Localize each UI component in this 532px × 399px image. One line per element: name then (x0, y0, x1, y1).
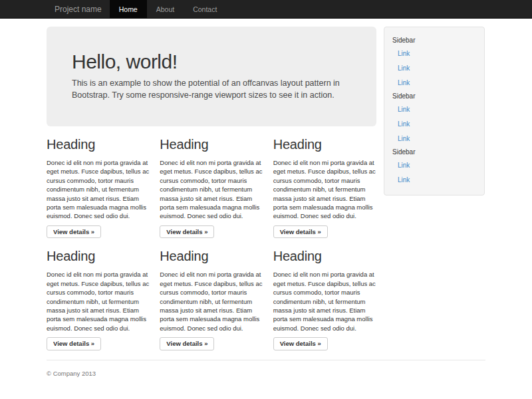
card-body-text: Donec id elit non mi porta gravida at eg… (160, 158, 263, 221)
view-details-button[interactable]: View details » (47, 337, 101, 350)
sidebar-link[interactable]: Link (391, 61, 477, 75)
sidebar-link[interactable]: Link (391, 75, 477, 90)
view-details-button[interactable]: View details » (160, 337, 214, 350)
sidebar-group-3: Sidebar Link Link (391, 146, 477, 187)
card-heading: Heading (273, 137, 376, 152)
sidebar-group-2: Sidebar Link Link Link (391, 90, 477, 146)
card: Heading Donec id elit non mi porta gravi… (47, 126, 150, 238)
footer-copyright: © Company 2013 (47, 370, 485, 377)
view-details-button[interactable]: View details » (273, 337, 328, 350)
sidebar-group-title: Sidebar (391, 34, 477, 46)
navbar-brand[interactable]: Project name (47, 0, 110, 18)
card-heading: Heading (160, 249, 263, 264)
jumbotron: Hello, world! This is an example to show… (47, 27, 376, 126)
view-details-button[interactable]: View details » (273, 225, 328, 239)
nav-item-home[interactable]: Home (110, 0, 147, 18)
card-body-text: Donec id elit non mi porta gravida at eg… (160, 270, 263, 332)
card-body-text: Donec id elit non mi porta gravida at eg… (47, 270, 150, 332)
card-body-text: Donec id elit non mi porta gravida at eg… (273, 270, 376, 332)
navbar-menu: Home About Contact (110, 0, 227, 18)
navbar-container: Project name Home About Contact (47, 0, 226, 18)
cards-row-1: Heading Donec id elit non mi porta gravi… (47, 126, 376, 238)
sidebar-link[interactable]: Link (391, 116, 477, 131)
card: Heading Donec id elit non mi porta gravi… (160, 126, 263, 238)
page-subtitle: This is an example to show the potential… (72, 77, 351, 101)
sidebar-link[interactable]: Link (391, 46, 477, 61)
nav-item-about[interactable]: About (147, 0, 184, 18)
view-details-button[interactable]: View details » (160, 225, 214, 239)
main-content: Hello, world! This is an example to show… (47, 27, 376, 350)
sidebar-link[interactable]: Link (391, 158, 477, 172)
sidebar-group-title: Sidebar (391, 146, 477, 158)
view-details-button[interactable]: View details » (47, 225, 101, 239)
sidebar-group-1: Sidebar Link Link Link (391, 34, 477, 90)
sidebar-link[interactable]: Link (391, 172, 477, 187)
card-body-text: Donec id elit non mi porta gravida at eg… (273, 158, 376, 221)
card: Heading Donec id elit non mi porta gravi… (47, 238, 150, 350)
sidebar-link[interactable]: Link (391, 131, 477, 146)
sidebar-group-title: Sidebar (391, 90, 477, 102)
page-title: Hello, world! (72, 51, 351, 72)
card-heading: Heading (47, 249, 150, 264)
card: Heading Donec id elit non mi porta gravi… (273, 238, 376, 350)
card: Heading Donec id elit non mi porta gravi… (160, 238, 263, 350)
footer-divider (47, 360, 485, 360)
sidebar-link[interactable]: Link (391, 102, 477, 116)
card-heading: Heading (160, 137, 263, 152)
cards-row-2: Heading Donec id elit non mi porta gravi… (47, 238, 376, 350)
card: Heading Donec id elit non mi porta gravi… (273, 126, 376, 238)
top-navbar: Project name Home About Contact (0, 0, 532, 19)
card-body-text: Donec id elit non mi porta gravida at eg… (47, 158, 150, 221)
card-heading: Heading (273, 249, 376, 264)
card-heading: Heading (47, 137, 150, 152)
sidebar: Sidebar Link Link Link Sidebar Link Link… (384, 27, 485, 196)
nav-item-contact[interactable]: Contact (184, 0, 226, 18)
page-container: Hello, world! This is an example to show… (47, 27, 485, 377)
content-row: Hello, world! This is an example to show… (47, 27, 485, 350)
